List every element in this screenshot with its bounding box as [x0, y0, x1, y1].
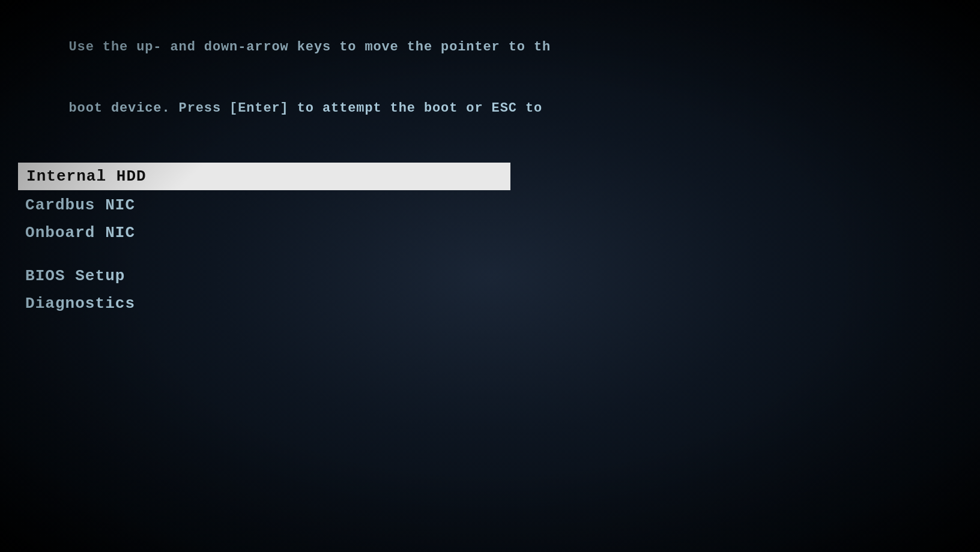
boot-option-diagnostics[interactable]: Diagnostics: [18, 291, 510, 316]
instructions-text: Use the up- and down-arrow keys to move …: [18, 17, 962, 140]
bios-content: Use the up- and down-arrow keys to move …: [0, 0, 980, 552]
boot-option-onboard-nic[interactable]: Onboard NIC: [18, 220, 510, 245]
boot-option-cardbus-nic[interactable]: Cardbus NIC: [18, 193, 510, 218]
boot-menu[interactable]: Internal HDD Cardbus NIC Onboard NIC BIO…: [18, 163, 962, 316]
boot-option-bios-setup[interactable]: BIOS Setup: [18, 263, 510, 289]
bios-boot-screen: Use the up- and down-arrow keys to move …: [0, 0, 980, 552]
instruction-line1: Use the up- and down-arrow keys to move …: [69, 40, 551, 55]
instruction-line2: boot device. Press [Enter] to attempt th…: [69, 101, 551, 116]
boot-option-internal-hdd[interactable]: Internal HDD: [18, 163, 510, 190]
